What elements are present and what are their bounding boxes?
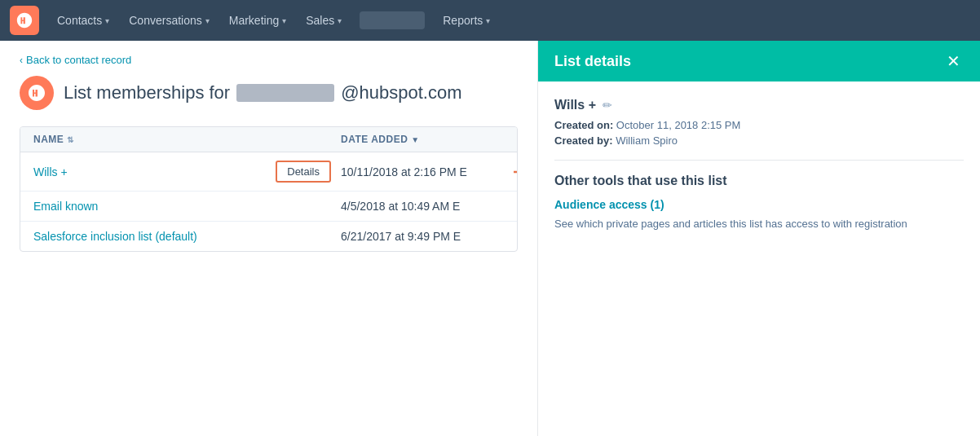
list-name-link[interactable]: Wills + [33, 165, 276, 178]
back-chevron-icon: ‹ [20, 55, 23, 66]
date-added: 6/21/2017 at 9:49 PM E [341, 230, 504, 243]
nav-sales[interactable]: Sales ▾ [298, 0, 350, 41]
created-by-row: Created by: William Spiro [554, 134, 964, 147]
list-name: Wills + [554, 98, 596, 112]
nav-reports[interactable]: Reports ▾ [435, 0, 498, 41]
blurred-email [236, 84, 334, 102]
col-date-header: DATE ADDED ▼ [341, 134, 504, 145]
right-panel: List details ✕ Wills + ✏ Created on: Oct… [538, 41, 980, 436]
audience-desc: See which private pages and articles thi… [554, 216, 964, 232]
col-name-header: NAME ⇅ [33, 134, 341, 145]
name-sort-icon[interactable]: ⇅ [67, 135, 74, 144]
nav-contacts[interactable]: Contacts ▾ [49, 0, 117, 41]
table-row: Email known 4/5/2018 at 10:49 AM E [20, 192, 517, 222]
nav-marketing[interactable]: Marketing ▾ [221, 0, 294, 41]
date-added: 4/5/2018 at 10:49 AM E [341, 200, 504, 213]
conversations-chevron-icon: ▾ [205, 16, 210, 25]
date-added: 10/11/2018 at 2:16 PM E [341, 165, 504, 178]
page-title: List memberships for @hubspot.com [64, 82, 461, 103]
main-layout: ‹ Back to contact record List membership… [0, 41, 980, 436]
contacts-chevron-icon: ▾ [105, 16, 109, 25]
table-header: NAME ⇅ DATE ADDED ▼ [20, 127, 517, 152]
marketing-chevron-icon: ▾ [282, 16, 286, 25]
panel-title: List details [554, 53, 631, 70]
nav-conversations[interactable]: Conversations ▾ [121, 0, 218, 41]
nav-blurred-item [360, 11, 425, 29]
list-memberships-table: NAME ⇅ DATE ADDED ▼ Wills + Details 10/1… [20, 126, 518, 252]
hubspot-logo [10, 6, 39, 35]
created-on-row: Created on: October 11, 2018 2:15 PM [554, 119, 964, 131]
page-header: List memberships for @hubspot.com [20, 76, 518, 110]
list-name-row: Wills + ✏ [554, 98, 964, 112]
panel-header: List details ✕ [538, 41, 980, 81]
back-link[interactable]: ‹ Back to contact record [20, 54, 518, 66]
left-panel: ‹ Back to contact record List membership… [0, 41, 538, 436]
sales-chevron-icon: ▾ [338, 16, 342, 25]
list-name-link[interactable]: Email known [33, 200, 341, 213]
top-nav: Contacts ▾ Conversations ▾ Marketing ▾ S… [0, 0, 980, 41]
date-sort-icon[interactable]: ▼ [411, 135, 419, 144]
table-row: Wills + Details 10/11/2018 at 2:16 PM E [20, 152, 517, 192]
reports-chevron-icon: ▾ [486, 16, 490, 25]
panel-body: Wills + ✏ Created on: October 11, 2018 2… [538, 81, 980, 436]
divider [554, 160, 964, 161]
audience-access-link[interactable]: Audience access (1) [554, 198, 964, 211]
details-button[interactable]: Details [276, 161, 331, 183]
list-name-link[interactable]: Salesforce inclusion list (default) [33, 230, 341, 243]
contact-avatar [20, 76, 54, 110]
table-row: Salesforce inclusion list (default) 6/21… [20, 222, 517, 251]
close-button[interactable]: ✕ [943, 50, 964, 73]
other-tools-title: Other tools that use this list [554, 174, 964, 188]
row-arrow-indicator [514, 164, 518, 180]
edit-icon[interactable]: ✏ [603, 99, 612, 112]
